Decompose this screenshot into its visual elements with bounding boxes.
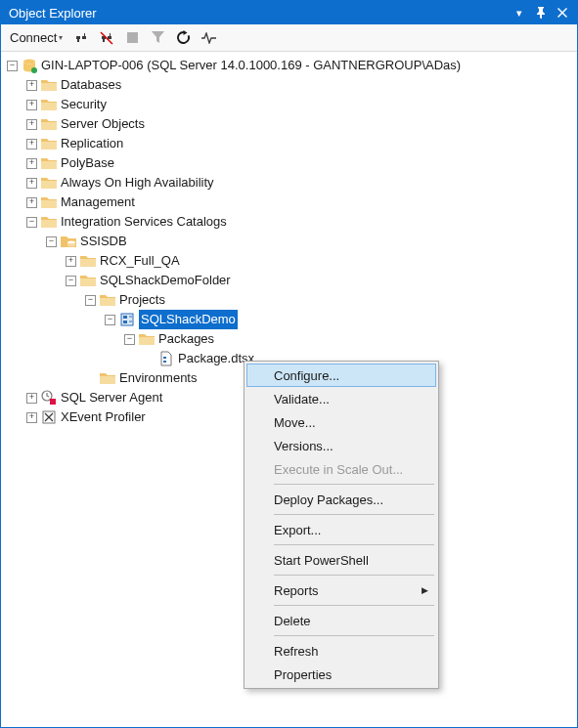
- window-options-icon[interactable]: ▾: [511, 4, 528, 21]
- xevent-icon: [41, 409, 57, 425]
- menu-item-export[interactable]: Export...: [246, 518, 436, 541]
- tree-item-alwayson[interactable]: + Always On High Availability: [1, 173, 577, 193]
- menu-item-properties[interactable]: Properties: [246, 663, 436, 686]
- expand-icon[interactable]: +: [26, 412, 37, 423]
- tree-item-projects[interactable]: − Projects: [1, 290, 577, 310]
- tree-label: Always On High Availability: [61, 173, 214, 193]
- tree-label: Projects: [119, 290, 165, 310]
- tree-label: Packages: [158, 329, 214, 349]
- tree-item-databases[interactable]: + Databases: [1, 75, 577, 95]
- tree-item-isc[interactable]: − Integration Services Catalogs: [1, 212, 577, 232]
- tree-label: Server Objects: [61, 114, 145, 134]
- menu-item-refresh[interactable]: Refresh: [246, 639, 436, 663]
- expand-icon[interactable]: +: [26, 178, 37, 189]
- svg-point-2: [31, 67, 37, 73]
- tree-label: PolyBase: [61, 153, 114, 173]
- menu-item-delete[interactable]: Delete: [246, 609, 436, 632]
- svg-point-3: [67, 241, 75, 244]
- collapse-icon[interactable]: −: [124, 334, 135, 345]
- collapse-icon[interactable]: −: [66, 276, 76, 286]
- folder-icon: [100, 292, 115, 308]
- menu-separator: [274, 484, 434, 485]
- collapse-icon[interactable]: −: [7, 61, 18, 71]
- svg-rect-8: [163, 361, 166, 363]
- pin-icon[interactable]: [532, 4, 550, 21]
- folder-icon: [80, 273, 96, 288]
- folder-icon: [139, 331, 155, 347]
- sql-agent-icon: [41, 390, 57, 406]
- collapse-icon[interactable]: −: [105, 315, 115, 325]
- collapse-icon[interactable]: −: [26, 217, 37, 228]
- expand-icon[interactable]: +: [26, 158, 37, 169]
- svg-rect-5: [123, 316, 127, 319]
- tree-item-management[interactable]: + Management: [1, 193, 577, 212]
- folder-icon: [41, 194, 57, 210]
- tree-item-serverobjects[interactable]: + Server Objects: [1, 114, 577, 134]
- connect-plug-icon[interactable]: [69, 27, 93, 49]
- folder-icon: [41, 214, 57, 230]
- menu-item-versions[interactable]: Versions...: [246, 434, 436, 457]
- expand-icon[interactable]: +: [26, 197, 37, 208]
- tree-item-replication[interactable]: + Replication: [1, 134, 577, 153]
- activity-icon[interactable]: [197, 27, 220, 49]
- expand-icon[interactable]: +: [26, 393, 37, 404]
- svg-rect-6: [123, 321, 127, 323]
- menu-separator: [274, 544, 434, 545]
- title-bar: Object Explorer ▾: [1, 1, 577, 24]
- menu-separator: [274, 635, 434, 636]
- stop-icon: [120, 27, 144, 49]
- svg-rect-0: [127, 32, 138, 43]
- package-file-icon: [158, 351, 174, 366]
- expand-icon[interactable]: +: [26, 80, 37, 91]
- tree-item-sqlshackfolder[interactable]: − SQLShackDemoFolder: [1, 271, 577, 290]
- menu-item-validate[interactable]: Validate...: [246, 387, 436, 410]
- tree-label: SSISDB: [80, 232, 127, 251]
- server-icon: [22, 58, 37, 73]
- tree-label: Replication: [61, 134, 123, 153]
- menu-separator: [274, 514, 434, 515]
- menu-separator: [274, 575, 434, 576]
- svg-rect-7: [163, 357, 166, 359]
- tree-label-selected: SQLShackDemo: [139, 310, 238, 329]
- expand-icon[interactable]: +: [66, 256, 76, 267]
- svg-point-1: [23, 60, 35, 64]
- expand-icon[interactable]: +: [26, 119, 37, 130]
- tree-label: Environments: [119, 368, 197, 388]
- connect-button[interactable]: Connect ▾: [5, 27, 67, 49]
- menu-item-move[interactable]: Move...: [246, 410, 436, 434]
- toolbar: Connect ▾: [1, 24, 577, 52]
- close-icon[interactable]: [554, 4, 571, 21]
- tree-label: SQLShackDemoFolder: [100, 271, 231, 290]
- folder-icon: [41, 136, 57, 151]
- menu-item-reports[interactable]: Reports ▶: [246, 578, 436, 602]
- svg-rect-10: [50, 399, 56, 405]
- expand-icon[interactable]: +: [26, 100, 37, 110]
- tree-item-security[interactable]: + Security: [1, 95, 577, 114]
- catalog-icon: [61, 234, 76, 249]
- menu-item-configure[interactable]: Configure...: [246, 364, 436, 387]
- filter-icon: [146, 27, 169, 49]
- tree-label: XEvent Profiler: [61, 407, 146, 427]
- tree-item-polybase[interactable]: + PolyBase: [1, 153, 577, 173]
- tree-label: SQL Server Agent: [61, 388, 162, 407]
- submenu-arrow-icon: ▶: [422, 585, 428, 595]
- tree-item-ssisdb[interactable]: − SSISDB: [1, 232, 577, 251]
- folder-icon: [41, 97, 57, 112]
- refresh-icon[interactable]: [171, 27, 195, 49]
- tree-label: Integration Services Catalogs: [61, 212, 227, 232]
- tree-label: Security: [61, 95, 107, 114]
- tree-item-sqlshackdemo[interactable]: − SQLShackDemo: [1, 310, 577, 329]
- tree-label: GIN-LAPTOP-006 (SQL Server 14.0.1000.169…: [41, 56, 461, 75]
- menu-item-powershell[interactable]: Start PowerShell: [246, 548, 436, 572]
- folder-icon: [80, 253, 96, 269]
- tree-label: Management: [61, 193, 135, 212]
- menu-item-deploy[interactable]: Deploy Packages...: [246, 488, 436, 511]
- project-icon: [119, 312, 135, 327]
- collapse-icon[interactable]: −: [85, 295, 96, 306]
- tree-server-node[interactable]: − GIN-LAPTOP-006 (SQL Server 14.0.1000.1…: [1, 56, 577, 75]
- tree-item-rcx[interactable]: + RCX_Full_QA: [1, 251, 577, 271]
- disconnect-plug-icon[interactable]: [95, 27, 118, 49]
- collapse-icon[interactable]: −: [46, 236, 57, 247]
- expand-icon[interactable]: +: [26, 139, 37, 150]
- tree-item-packages[interactable]: − Packages: [1, 329, 577, 349]
